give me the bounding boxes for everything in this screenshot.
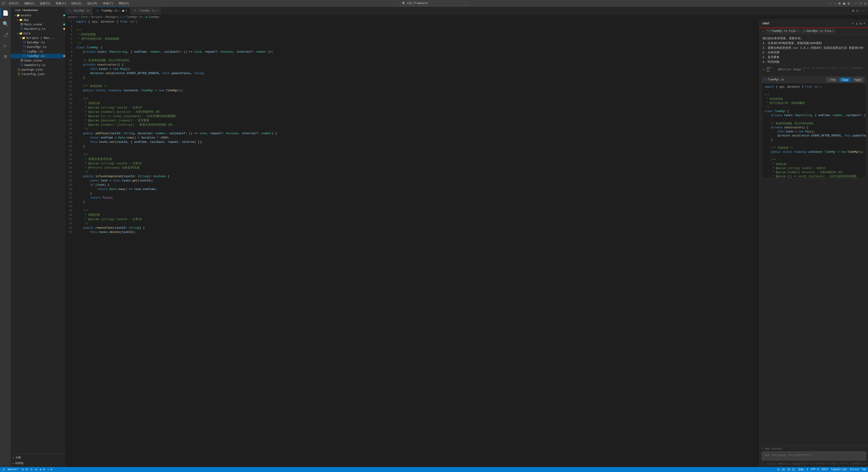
activity-scm-icon[interactable]: ⎇ [0,29,11,40]
warnings-count[interactable]: ⚠ 0 [48,468,53,471]
code-line-41: 41 } [65,191,760,196]
close-chat-icon[interactable]: × [864,22,865,25]
ts-icon: TS [68,9,71,13]
chevron-right-icon: ▸ [13,462,14,465]
cursor-style[interactable]: Cursor Tab [850,468,866,471]
tree-item-gameentry[interactable]: TS GameEntry.ts [11,63,65,67]
chat-input[interactable] [762,451,866,461]
search-icon: 🔍 [402,2,405,5]
split-icon[interactable]: ▣ [843,2,845,5]
chevron-down-icon: ∨ [865,462,866,465]
code-line-16: 16 /** 单例实例 */ [65,84,760,88]
model-icon: ⬡ [762,462,764,465]
tree-item-core[interactable]: ▾ 📁 Core [11,31,65,36]
tree-item-assets[interactable]: ▾ 📁 assets [11,13,65,18]
minimize-button[interactable]: ─ [855,2,857,5]
refresh-chat-icon[interactable]: ↻ [856,22,858,26]
maximize-editor-icon[interactable]: ⤢ [856,9,859,13]
image-btn[interactable]: Image [793,463,800,465]
chat-file-tab-timemgr[interactable]: TS TimeMgr.ts File × [765,29,800,33]
tab-timemgr-second[interactable]: TS TimeMgr.ts × [130,7,161,15]
chat-meta-right: alt+# no context # chat ctrl+#: codebase… [801,462,866,465]
editor-chat-container: 1 import { sys, director } from 'cc'; 2 … [65,20,868,467]
tree-item-timemgr[interactable]: TS TimeMgr.ts [11,54,65,58]
mention-btn[interactable]: @Mention [778,68,791,71]
cursor-position[interactable]: 行 18，列 21 [777,468,795,472]
nav-forward-icon[interactable]: → [834,2,836,5]
split-chat-icon[interactable]: ⊡ [860,22,862,26]
line-ending[interactable]: CRLF [822,468,828,471]
menu-file[interactable]: 文件(F) [8,1,20,6]
tab-timemgr-active[interactable]: TS TimeMgr.ts 1 × [93,7,130,15]
sync-status[interactable]: ⟳ 0↑ 1↓ 0 [22,468,37,471]
chat-file-tab-datamgr[interactable]: TS DataMgr.ts File × [801,29,836,33]
maximize-button[interactable]: □ [860,2,862,5]
spaces[interactable]: 空格: 4 [798,468,808,472]
tree-item-tsconfig[interactable]: {} tsconfig.json [11,72,65,76]
tree-item-datamgr[interactable]: TS DataMgr.ts [11,40,65,45]
settings-icon[interactable]: ⚙ [848,2,849,5]
tree-item-mainentry[interactable]: TS MainEntry.ts [11,27,65,31]
app-body: 📄 🔍 ⎇ ▷ ⊞ C2D FRAMEWORK ▾ 📁 assets ▸ 📁 A… [0,7,868,467]
breadcrumb: assets › Core › Scripts › Managers › TS … [65,15,868,20]
ts-icon: TS [23,41,26,44]
modified-dot [63,24,65,25]
tree-item-game-scene[interactable]: 🎬 Game.scene [11,58,65,63]
menu-help[interactable]: 帮助(H) [118,1,130,6]
mention-btn[interactable]: @Mention [778,463,790,465]
timeline-header[interactable]: ▸ 时间线 [11,461,65,466]
split-editor-icon[interactable]: ⊡ [852,9,854,13]
tab-close-button[interactable]: × [125,9,127,12]
errors-count[interactable]: ⊗ 0 [40,468,45,471]
tree-item-package-json[interactable]: {} package.json [11,67,65,72]
menu-run[interactable]: 运行(R) [86,1,98,6]
file-tab-close-icon[interactable]: × [796,30,798,33]
menu-view[interactable]: 查看(V) [55,1,67,6]
code-line-3: 3 /** [65,28,760,33]
ask-button[interactable]: ↑ Ask [827,77,838,82]
image-btn[interactable]: Image [793,68,801,71]
code-line-40: 40 return Date.now() >= task.endTime; [65,187,760,191]
code-line-18: 18 [65,93,760,97]
tree-item-main-scene[interactable]: 🎬 Main.scene [11,22,65,27]
tab-close-button[interactable]: × [156,9,158,12]
nav-back-icon[interactable]: ← [830,2,831,5]
layout-icon[interactable]: ⊞ [838,2,840,5]
tree-item-logmgr[interactable]: TS LogMgr.ts [11,49,65,54]
code-line-39: 39 if (task) { [65,183,760,187]
code-line-24: 24 * @param {boolean} [repeat] - 是否重复 [65,118,760,123]
model-name[interactable]: gpt-4o [767,463,776,465]
more-actions-icon[interactable]: ··· [861,9,866,13]
encoding[interactable]: UTF-8 [811,468,819,471]
new-chat-icon[interactable]: ＋ [851,22,854,26]
activity-search-icon[interactable]: 🔍 [0,19,11,29]
tree-item-eventmgr[interactable]: TS EventMgr.ts [11,45,65,49]
code-line-17: 17 public static readonly instance: Time… [65,88,760,93]
code-line-43: 43 } [65,200,760,204]
menu-select[interactable]: 选择(S) [39,1,51,6]
activity-extensions-icon[interactable]: ⊞ [0,51,11,62]
tab-datamgr[interactable]: TS DataMgr.ts [65,7,93,15]
code-editor[interactable]: 1 import { sys, director } from 'cc'; 2 … [65,20,760,467]
copy-button[interactable]: Copy [839,77,850,82]
branch-name[interactable]: master* [8,468,19,471]
tab-actions: ⊡ ⤢ ··· [850,9,868,13]
activity-explorer-icon[interactable]: 📄 [0,8,11,19]
file-tab-close-icon[interactable]: × [832,30,834,33]
tree-item-scripts[interactable]: ▾ 📁 Scripts | Man... [11,36,65,40]
activity-debug-icon[interactable]: ▷ [0,40,11,51]
outline-header[interactable]: ▸ 大纲 [11,455,65,461]
global-search-box[interactable]: 🔍 c2d_framework [400,1,468,6]
add-context-btn[interactable]: + Add context [762,447,783,450]
menu-edit[interactable]: 编辑(E) [24,1,36,6]
close-button[interactable]: ✕ [864,2,866,5]
chat-context-bar: + Add context [762,447,866,450]
chat-code-content[interactable]: import { sys, director } from 'cc'; /** … [762,83,866,178]
menu-terminal[interactable]: 终端(T) [102,1,114,6]
tree-item-app[interactable]: ▸ 📁 App [11,18,65,22]
apply-button[interactable]: Apply [852,77,864,82]
menu-goto[interactable]: 转到(G) [70,1,83,6]
chat-input-area: + Add context ⬡ gpt-4o @Mention Image al… [760,445,868,467]
language[interactable]: TypeScript [831,468,847,471]
chat-conversation: ＋ TS TimeMgr.ts File × TS DataMgr.ts Fil… [760,28,868,445]
